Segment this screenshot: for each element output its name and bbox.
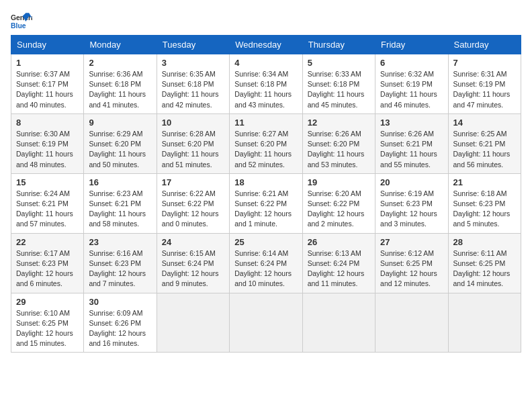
day-info: Sunrise: 6:36 AM Sunset: 6:18 PM Dayligh…: [89, 69, 151, 110]
week-row-3: 15Sunrise: 6:24 AM Sunset: 6:21 PM Dayli…: [11, 173, 521, 233]
day-cell-12: 12Sunrise: 6:26 AM Sunset: 6:20 PM Dayli…: [302, 113, 375, 173]
day-number: 6: [380, 58, 443, 68]
day-number: 27: [380, 237, 443, 247]
day-number: 15: [16, 177, 79, 187]
day-info: Sunrise: 6:23 AM Sunset: 6:21 PM Dayligh…: [89, 189, 151, 230]
day-number: 4: [234, 58, 297, 68]
day-number: 8: [16, 118, 79, 128]
day-header-tuesday: Tuesday: [157, 36, 229, 54]
day-header-friday: Friday: [375, 36, 448, 54]
day-number: 26: [308, 237, 370, 247]
day-number: 19: [308, 177, 370, 187]
week-row-1: 1Sunrise: 6:37 AM Sunset: 6:17 PM Daylig…: [11, 54, 521, 114]
day-number: 1: [16, 58, 79, 68]
day-info: Sunrise: 6:26 AM Sunset: 6:20 PM Dayligh…: [308, 129, 370, 170]
day-cell-1: 1Sunrise: 6:37 AM Sunset: 6:17 PM Daylig…: [11, 54, 84, 114]
day-number: 2: [89, 58, 151, 68]
day-info: Sunrise: 6:21 AM Sunset: 6:22 PM Dayligh…: [234, 189, 297, 230]
day-info: Sunrise: 6:30 AM Sunset: 6:19 PM Dayligh…: [16, 129, 79, 170]
day-number: 24: [162, 237, 224, 247]
day-number: 17: [162, 177, 224, 187]
day-header-saturday: Saturday: [448, 36, 521, 54]
day-info: Sunrise: 6:14 AM Sunset: 6:24 PM Dayligh…: [234, 248, 297, 289]
week-row-5: 29Sunrise: 6:10 AM Sunset: 6:25 PM Dayli…: [11, 293, 521, 353]
day-header-monday: Monday: [84, 36, 157, 54]
day-info: Sunrise: 6:12 AM Sunset: 6:25 PM Dayligh…: [380, 248, 443, 289]
day-number: 22: [16, 237, 79, 247]
empty-cell: [157, 293, 229, 353]
day-cell-23: 23Sunrise: 6:16 AM Sunset: 6:23 PM Dayli…: [84, 233, 157, 293]
day-cell-20: 20Sunrise: 6:19 AM Sunset: 6:23 PM Dayli…: [375, 173, 448, 233]
day-cell-25: 25Sunrise: 6:14 AM Sunset: 6:24 PM Dayli…: [230, 233, 302, 293]
day-cell-11: 11Sunrise: 6:27 AM Sunset: 6:20 PM Dayli…: [230, 113, 302, 173]
day-cell-3: 3Sunrise: 6:35 AM Sunset: 6:18 PM Daylig…: [157, 54, 229, 114]
day-header-wednesday: Wednesday: [230, 36, 302, 54]
day-number: 9: [89, 118, 151, 128]
day-cell-15: 15Sunrise: 6:24 AM Sunset: 6:21 PM Dayli…: [11, 173, 84, 233]
day-info: Sunrise: 6:13 AM Sunset: 6:24 PM Dayligh…: [308, 248, 370, 289]
week-row-4: 22Sunrise: 6:17 AM Sunset: 6:23 PM Dayli…: [11, 233, 521, 293]
day-info: Sunrise: 6:37 AM Sunset: 6:17 PM Dayligh…: [16, 69, 79, 110]
day-info: Sunrise: 6:32 AM Sunset: 6:19 PM Dayligh…: [380, 69, 443, 110]
empty-cell: [375, 293, 448, 353]
day-number: 10: [162, 118, 224, 128]
day-info: Sunrise: 6:25 AM Sunset: 6:21 PM Dayligh…: [453, 129, 516, 170]
day-info: Sunrise: 6:26 AM Sunset: 6:21 PM Dayligh…: [380, 129, 443, 170]
day-number: 29: [16, 297, 79, 307]
day-number: 3: [162, 58, 224, 68]
day-number: 12: [308, 118, 370, 128]
page-header: General Blue: [11, 11, 521, 32]
day-number: 16: [89, 177, 151, 187]
day-number: 18: [234, 177, 297, 187]
day-cell-26: 26Sunrise: 6:13 AM Sunset: 6:24 PM Dayli…: [302, 233, 375, 293]
day-info: Sunrise: 6:15 AM Sunset: 6:24 PM Dayligh…: [162, 248, 224, 289]
day-info: Sunrise: 6:24 AM Sunset: 6:21 PM Dayligh…: [16, 189, 79, 230]
week-row-2: 8Sunrise: 6:30 AM Sunset: 6:19 PM Daylig…: [11, 113, 521, 173]
day-number: 11: [234, 118, 297, 128]
day-header-thursday: Thursday: [302, 36, 375, 54]
day-number: 13: [380, 118, 443, 128]
day-number: 23: [89, 237, 151, 247]
day-info: Sunrise: 6:33 AM Sunset: 6:18 PM Dayligh…: [308, 69, 370, 110]
day-info: Sunrise: 6:34 AM Sunset: 6:18 PM Dayligh…: [234, 69, 297, 110]
calendar-table: SundayMondayTuesdayWednesdayThursdayFrid…: [11, 35, 521, 353]
day-info: Sunrise: 6:22 AM Sunset: 6:22 PM Dayligh…: [162, 189, 224, 230]
day-cell-17: 17Sunrise: 6:22 AM Sunset: 6:22 PM Dayli…: [157, 173, 229, 233]
day-info: Sunrise: 6:27 AM Sunset: 6:20 PM Dayligh…: [234, 129, 297, 170]
day-header-sunday: Sunday: [11, 36, 84, 54]
day-cell-7: 7Sunrise: 6:31 AM Sunset: 6:19 PM Daylig…: [448, 54, 521, 114]
day-cell-13: 13Sunrise: 6:26 AM Sunset: 6:21 PM Dayli…: [375, 113, 448, 173]
day-cell-16: 16Sunrise: 6:23 AM Sunset: 6:21 PM Dayli…: [84, 173, 157, 233]
day-number: 25: [234, 237, 297, 247]
day-info: Sunrise: 6:11 AM Sunset: 6:25 PM Dayligh…: [453, 248, 516, 289]
day-cell-5: 5Sunrise: 6:33 AM Sunset: 6:18 PM Daylig…: [302, 54, 375, 114]
day-number: 20: [380, 177, 443, 187]
day-cell-4: 4Sunrise: 6:34 AM Sunset: 6:18 PM Daylig…: [230, 54, 302, 114]
day-info: Sunrise: 6:20 AM Sunset: 6:22 PM Dayligh…: [308, 189, 370, 230]
day-info: Sunrise: 6:29 AM Sunset: 6:20 PM Dayligh…: [89, 129, 151, 170]
day-cell-29: 29Sunrise: 6:10 AM Sunset: 6:25 PM Dayli…: [11, 293, 84, 353]
day-cell-30: 30Sunrise: 6:09 AM Sunset: 6:26 PM Dayli…: [84, 293, 157, 353]
day-cell-8: 8Sunrise: 6:30 AM Sunset: 6:19 PM Daylig…: [11, 113, 84, 173]
day-number: 14: [453, 118, 516, 128]
logo: General Blue: [11, 11, 32, 32]
day-info: Sunrise: 6:35 AM Sunset: 6:18 PM Dayligh…: [162, 69, 224, 110]
day-cell-14: 14Sunrise: 6:25 AM Sunset: 6:21 PM Dayli…: [448, 113, 521, 173]
day-number: 30: [89, 297, 151, 307]
day-number: 21: [453, 177, 516, 187]
day-cell-24: 24Sunrise: 6:15 AM Sunset: 6:24 PM Dayli…: [157, 233, 229, 293]
day-number: 5: [308, 58, 370, 68]
day-cell-10: 10Sunrise: 6:28 AM Sunset: 6:20 PM Dayli…: [157, 113, 229, 173]
day-cell-6: 6Sunrise: 6:32 AM Sunset: 6:19 PM Daylig…: [375, 54, 448, 114]
empty-cell: [448, 293, 521, 353]
day-info: Sunrise: 6:28 AM Sunset: 6:20 PM Dayligh…: [162, 129, 224, 170]
day-cell-18: 18Sunrise: 6:21 AM Sunset: 6:22 PM Dayli…: [230, 173, 302, 233]
day-cell-2: 2Sunrise: 6:36 AM Sunset: 6:18 PM Daylig…: [84, 54, 157, 114]
day-info: Sunrise: 6:09 AM Sunset: 6:26 PM Dayligh…: [89, 308, 151, 349]
empty-cell: [302, 293, 375, 353]
svg-text:Blue: Blue: [11, 22, 26, 30]
day-info: Sunrise: 6:19 AM Sunset: 6:23 PM Dayligh…: [380, 189, 443, 230]
days-header-row: SundayMondayTuesdayWednesdayThursdayFrid…: [11, 36, 521, 54]
day-cell-22: 22Sunrise: 6:17 AM Sunset: 6:23 PM Dayli…: [11, 233, 84, 293]
day-cell-19: 19Sunrise: 6:20 AM Sunset: 6:22 PM Dayli…: [302, 173, 375, 233]
